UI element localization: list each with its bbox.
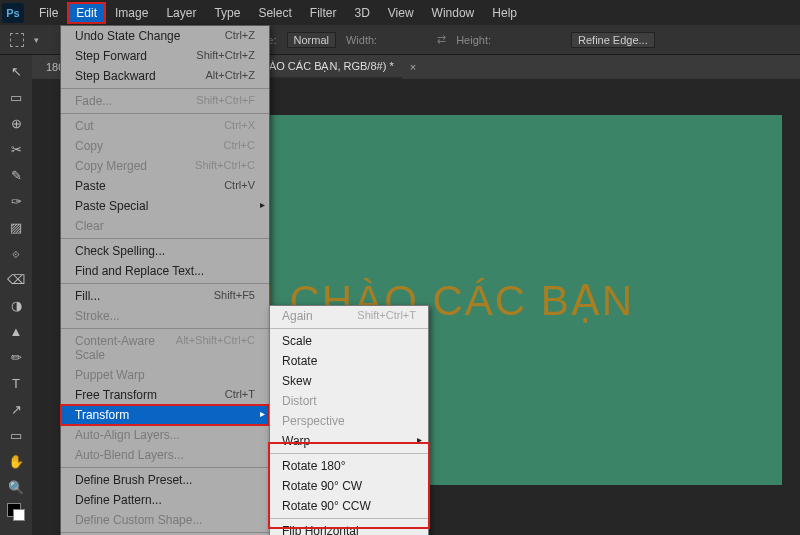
marquee-icon <box>10 33 24 47</box>
menu-define-shape: Define Custom Shape... <box>61 510 269 530</box>
submenu-again: AgainShift+Ctrl+T <box>270 306 428 326</box>
swap-icon: ⇄ <box>437 33 446 46</box>
lasso-tool-icon[interactable]: ⊕ <box>6 113 26 133</box>
menu-select[interactable]: Select <box>249 2 300 24</box>
menu-copy: CopyCtrl+C <box>61 136 269 156</box>
stamp-tool-icon[interactable]: ⟐ <box>6 243 26 263</box>
chevron-right-icon: ▸ <box>417 434 422 445</box>
submenu-flip-horizontal[interactable]: Flip Horizontal <box>270 521 428 535</box>
menu-define-pattern[interactable]: Define Pattern... <box>61 490 269 510</box>
menubar: Ps File Edit Image Layer Type Select Fil… <box>0 0 800 25</box>
chevron-down-icon[interactable]: ▾ <box>34 35 39 45</box>
submenu-distort: Distort <box>270 391 428 411</box>
menu-image[interactable]: Image <box>106 2 157 24</box>
submenu-scale[interactable]: Scale <box>270 331 428 351</box>
menu-content-aware: Content-Aware ScaleAlt+Shift+Ctrl+C <box>61 331 269 365</box>
menu-define-brush[interactable]: Define Brush Preset... <box>61 470 269 490</box>
menu-type[interactable]: Type <box>205 2 249 24</box>
menu-view[interactable]: View <box>379 2 423 24</box>
chevron-right-icon: ▸ <box>260 408 265 419</box>
menu-puppet-warp: Puppet Warp <box>61 365 269 385</box>
menu-stroke: Stroke... <box>61 306 269 326</box>
menu-fill[interactable]: Fill...Shift+F5 <box>61 286 269 306</box>
menu-step-forward[interactable]: Step ForwardShift+Ctrl+Z <box>61 46 269 66</box>
path-tool-icon[interactable]: ↗ <box>6 399 26 419</box>
zoom-tool-icon[interactable]: 🔍 <box>6 477 26 497</box>
submenu-perspective: Perspective <box>270 411 428 431</box>
menu-cut: CutCtrl+X <box>61 116 269 136</box>
menu-step-backward[interactable]: Step BackwardAlt+Ctrl+Z <box>61 66 269 86</box>
menu-free-transform[interactable]: Free TransformCtrl+T <box>61 385 269 405</box>
menu-window[interactable]: Window <box>423 2 484 24</box>
blur-tool-icon[interactable]: ▲ <box>6 321 26 341</box>
submenu-skew[interactable]: Skew <box>270 371 428 391</box>
edit-menu-dropdown: Undo State ChangeCtrl+Z Step ForwardShif… <box>60 25 270 535</box>
healing-tool-icon[interactable]: ✑ <box>6 191 26 211</box>
menu-help[interactable]: Help <box>483 2 526 24</box>
menu-fade: Fade...Shift+Ctrl+F <box>61 91 269 111</box>
brush-tool-icon[interactable]: ▨ <box>6 217 26 237</box>
color-swatch[interactable] <box>7 503 25 521</box>
type-tool-icon[interactable]: T <box>6 373 26 393</box>
menu-paste-special[interactable]: Paste Special▸ <box>61 196 269 216</box>
menu-paste[interactable]: PasteCtrl+V <box>61 176 269 196</box>
close-tab-icon[interactable]: × <box>410 61 416 73</box>
menu-check-spelling[interactable]: Check Spelling... <box>61 241 269 261</box>
marquee-tool-icon[interactable]: ▭ <box>6 87 26 107</box>
eyedropper-tool-icon[interactable]: ✎ <box>6 165 26 185</box>
transform-submenu: AgainShift+Ctrl+T Scale Rotate Skew Dist… <box>269 305 429 535</box>
menu-edit[interactable]: Edit <box>67 2 106 24</box>
menu-undo[interactable]: Undo State ChangeCtrl+Z <box>61 26 269 46</box>
submenu-rotate-90-ccw[interactable]: Rotate 90° CCW <box>270 496 428 516</box>
submenu-warp[interactable]: Warp▸ <box>270 431 428 451</box>
app-logo: Ps <box>2 3 24 23</box>
move-tool-icon[interactable]: ↖ <box>6 61 26 81</box>
tool-column: ↖ ▭ ⊕ ✂ ✎ ✑ ▨ ⟐ ⌫ ◑ ▲ ✏ T ↗ ▭ ✋ 🔍 <box>0 55 32 535</box>
menu-layer[interactable]: Layer <box>157 2 205 24</box>
eraser-tool-icon[interactable]: ⌫ <box>6 269 26 289</box>
gradient-tool-icon[interactable]: ◑ <box>6 295 26 315</box>
submenu-rotate[interactable]: Rotate <box>270 351 428 371</box>
width-label: Width: <box>346 34 377 46</box>
menu-file[interactable]: File <box>30 2 67 24</box>
menu-find-replace[interactable]: Find and Replace Text... <box>61 261 269 281</box>
menu-auto-blend: Auto-Blend Layers... <box>61 445 269 465</box>
menu-filter[interactable]: Filter <box>301 2 346 24</box>
height-label: Height: <box>456 34 491 46</box>
pen-tool-icon[interactable]: ✏ <box>6 347 26 367</box>
menu-3d[interactable]: 3D <box>345 2 378 24</box>
submenu-rotate-180[interactable]: Rotate 180° <box>270 456 428 476</box>
chevron-right-icon: ▸ <box>260 199 265 210</box>
menu-transform[interactable]: Transform▸ <box>61 405 269 425</box>
hand-tool-icon[interactable]: ✋ <box>6 451 26 471</box>
menu-auto-align: Auto-Align Layers... <box>61 425 269 445</box>
crop-tool-icon[interactable]: ✂ <box>6 139 26 159</box>
style-select[interactable]: Normal <box>287 32 336 48</box>
menu-clear: Clear <box>61 216 269 236</box>
menu-copy-merged: Copy MergedShift+Ctrl+C <box>61 156 269 176</box>
submenu-rotate-90-cw[interactable]: Rotate 90° CW <box>270 476 428 496</box>
refine-edge-button[interactable]: Refine Edge... <box>571 32 655 48</box>
shape-tool-icon[interactable]: ▭ <box>6 425 26 445</box>
